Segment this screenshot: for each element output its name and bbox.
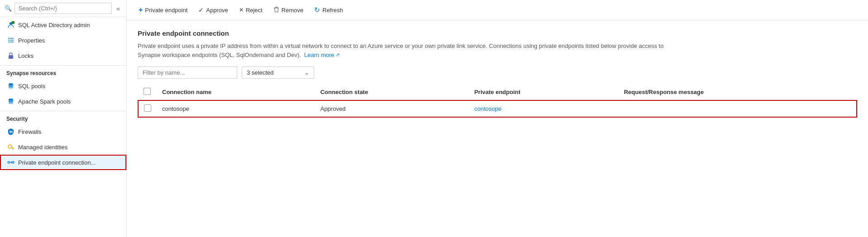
approve-button[interactable]: ✓ Approve <box>194 4 232 16</box>
reject-button[interactable]: ✕ Reject <box>235 5 267 16</box>
sidebar-item-label: Properties <box>18 37 45 44</box>
private-endpoint-link[interactable]: contosope <box>474 105 501 112</box>
sidebar-item-label: SQL pools <box>18 83 45 90</box>
connection-state-cell: Approved <box>315 100 469 117</box>
remove-button[interactable]: Remove <box>269 4 308 16</box>
refresh-icon: ↻ <box>314 6 320 14</box>
select-all-header <box>138 84 157 100</box>
refresh-button[interactable]: ↻ Refresh <box>310 4 348 16</box>
svg-rect-3 <box>8 38 10 39</box>
search-icon: 🔍 <box>5 5 12 12</box>
checkmark-icon: ✓ <box>198 6 204 14</box>
connection-name-header: Connection name <box>157 84 315 100</box>
filter-input[interactable] <box>138 66 237 79</box>
approve-label: Approve <box>206 7 228 14</box>
sidebar-item-label: SQL Active Directory admin <box>18 22 90 28</box>
collapse-sidebar-button[interactable]: « <box>115 4 122 13</box>
section-header-security: Security <box>0 111 126 124</box>
sidebar-item-sql-pools[interactable]: SQL pools <box>0 78 126 94</box>
sidebar-item-locks[interactable]: Locks <box>0 48 126 63</box>
svg-text:✓: ✓ <box>12 22 14 24</box>
cross-icon: ✕ <box>239 7 244 13</box>
main-content: + Private endpoint ✓ Approve ✕ Reject Re… <box>127 0 868 237</box>
sidebar-item-sql-active-directory[interactable]: ✓ SQL Active Directory admin <box>0 17 126 33</box>
page-description: Private endpoint uses a private IP addre… <box>138 42 681 59</box>
filter-dropdown[interactable]: 3 selected ⌄ <box>242 66 314 79</box>
table-row: contosope Approved contosope <box>138 100 857 117</box>
toolbar: + Private endpoint ✓ Approve ✕ Reject Re… <box>127 0 868 20</box>
svg-rect-20 <box>275 7 278 7</box>
firewall-icon <box>7 128 14 135</box>
add-private-endpoint-label: Private endpoint <box>145 7 187 14</box>
filter-row: 3 selected ⌄ <box>138 66 857 79</box>
plus-icon: + <box>139 6 143 14</box>
connection-state-header: Connection state <box>315 84 469 100</box>
svg-point-15 <box>8 145 12 148</box>
remove-label: Remove <box>282 7 303 14</box>
table-body: contosope Approved contosope <box>138 100 857 117</box>
sidebar-search-bar: 🔍 « <box>0 0 126 17</box>
svg-rect-14 <box>12 131 13 133</box>
page-title: Private endpoint connection <box>138 29 857 37</box>
svg-rect-8 <box>10 42 14 43</box>
lock-icon <box>7 52 14 59</box>
row-checkbox[interactable] <box>144 104 151 112</box>
key-icon <box>7 143 14 151</box>
database-icon <box>7 82 14 90</box>
refresh-label: Refresh <box>322 7 343 14</box>
properties-icon <box>7 37 14 44</box>
reject-label: Reject <box>246 7 263 14</box>
sidebar-item-managed-identities[interactable]: Managed identities <box>0 139 126 155</box>
person-badge-icon: ✓ <box>7 21 14 28</box>
spark-icon <box>7 98 14 105</box>
svg-rect-6 <box>10 38 14 39</box>
sidebar-item-properties[interactable]: Properties <box>0 33 126 48</box>
private-endpoint-header: Private endpoint <box>469 84 619 100</box>
table-header: Connection name Connection state Private… <box>138 84 857 100</box>
svg-rect-13 <box>11 131 12 133</box>
sidebar-item-label: Managed identities <box>18 144 67 151</box>
trash-icon <box>273 6 279 14</box>
add-private-endpoint-button[interactable]: + Private endpoint <box>134 4 192 16</box>
sidebar-scroll-area: ✓ SQL Active Directory admin Properties <box>0 17 126 237</box>
dropdown-selected-label: 3 selected <box>247 69 273 76</box>
external-link-icon: ↗ <box>336 51 340 59</box>
content-area: Private endpoint connection Private endp… <box>127 20 868 237</box>
request-response-cell <box>619 100 857 117</box>
section-header-synapse: Synapse resources <box>0 65 126 78</box>
select-all-checkbox[interactable] <box>144 88 151 95</box>
svg-rect-4 <box>8 40 10 41</box>
sidebar-item-label: Private endpoint connection... <box>18 159 96 166</box>
endpoint-icon <box>7 159 14 166</box>
svg-point-16 <box>8 161 10 163</box>
sidebar-item-firewalls[interactable]: Firewalls <box>0 124 126 139</box>
svg-rect-9 <box>9 55 13 59</box>
sidebar-item-private-endpoint[interactable]: Private endpoint connection... <box>0 155 126 170</box>
connection-name-cell: contosope <box>157 100 315 117</box>
svg-rect-5 <box>8 42 10 43</box>
chevron-down-icon: ⌄ <box>304 69 309 76</box>
svg-rect-19 <box>274 8 279 8</box>
search-input[interactable] <box>14 3 112 14</box>
sidebar-item-label: Locks <box>18 52 34 59</box>
private-endpoint-cell: contosope <box>469 100 619 117</box>
row-checkbox-cell <box>138 100 157 117</box>
sidebar-item-label: Firewalls <box>18 128 41 135</box>
sidebar-item-label: Apache Spark pools <box>18 98 71 105</box>
svg-rect-12 <box>10 131 10 133</box>
svg-rect-7 <box>10 40 14 41</box>
connections-table: Connection name Connection state Private… <box>138 84 857 118</box>
sidebar: 🔍 « ✓ SQL Active Directory admin <box>0 0 127 237</box>
request-response-header: Request/Response message <box>619 84 857 100</box>
sidebar-item-apache-spark-pools[interactable]: Apache Spark pools <box>0 94 126 109</box>
learn-more-link[interactable]: Learn more ↗ <box>304 51 340 60</box>
